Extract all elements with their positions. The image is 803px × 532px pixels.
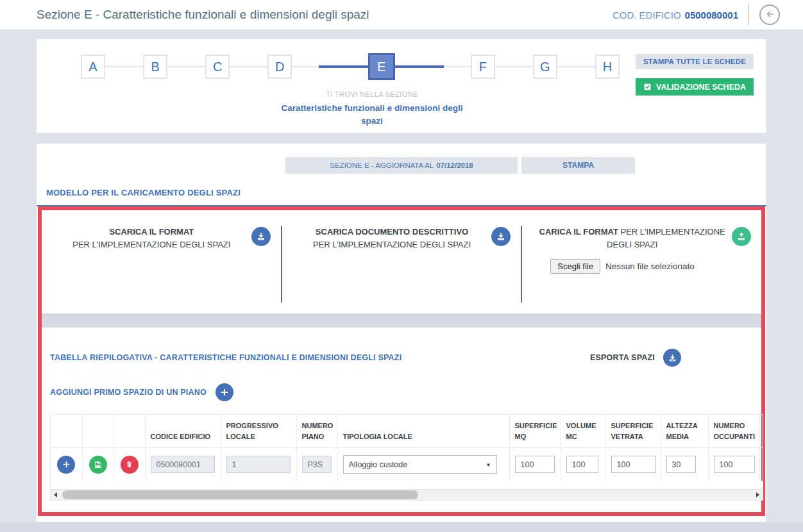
highlighted-region: SCARICA IL FORMAT PER L'IMPLEMENTAZIONE … <box>38 206 765 516</box>
plus-icon <box>62 460 71 469</box>
header-actions <box>114 415 145 448</box>
export-spaces-label: ESPORTA SPAZI <box>590 353 655 362</box>
step-c[interactable]: C <box>205 54 230 79</box>
upload-format-button[interactable] <box>732 227 751 246</box>
summary-table-section: TABELLA RIEPILOGATIVA - CARATTERISTICHE … <box>42 349 761 501</box>
page-title: Sezione E - Caratteristiche funzionali e… <box>37 8 369 22</box>
connector-segment <box>444 66 470 67</box>
step-connector <box>495 66 533 67</box>
download-doc-card: SCARICA DOCUMENTO DESCRITTIVO PER L'IMPL… <box>282 210 521 310</box>
choose-file-button[interactable]: Scegli file <box>550 259 600 274</box>
section-updated-bar[interactable]: SEZIONE E - AGGIORNATA AL 07/12/2018 <box>285 157 518 174</box>
download-doc-text: SCARICA DOCUMENTO DESCRITTIVO PER L'IMPL… <box>292 226 492 251</box>
step-connector <box>105 66 143 67</box>
step-connector-active <box>292 65 368 68</box>
step-connector-active <box>395 65 471 68</box>
step-connector <box>167 66 205 67</box>
header-actions <box>82 415 114 448</box>
add-space-row: AGGIUNGI PRIMO SPAZIO DI UN PIANO <box>50 383 753 401</box>
header-numero-piano: NUMERO PIANO <box>296 415 337 448</box>
header-altezza-media: ALTEZZA MEDIA <box>661 415 708 448</box>
trash-icon <box>125 460 133 469</box>
superficie-vetrata-input[interactable] <box>611 456 656 473</box>
header-superficie-vetrata: SUPERFICIE VETRATA <box>605 415 661 448</box>
step-g[interactable]: G <box>533 54 557 79</box>
step-d[interactable]: D <box>267 54 292 79</box>
stepper-card: A B C D E F G H TI TROVI NELLA SEZIONE C… <box>37 39 766 133</box>
numero-occupanti-input[interactable] <box>714 456 755 473</box>
validate-sheet-button[interactable]: VALIDAZIONE SCHEDA <box>636 78 754 96</box>
upload-format-subtitle: PER L'IMPLEMENTAZIONE DEGLI SPAZI <box>607 227 725 249</box>
header-volume-mc: VOLUME MC <box>561 415 605 448</box>
download-doc-subtitle: PER L'IMPLEMENTAZIONE DEGLI SPAZI <box>295 238 489 251</box>
tipologia-locale-select[interactable]: Alloggio custode <box>343 455 497 474</box>
top-bar-right: COD. EDIFICIO 0500080001 <box>613 4 780 26</box>
row-delete-button[interactable] <box>121 456 139 474</box>
download-format-text: SCARICA IL FORMAT PER L'IMPLEMENTAZIONE … <box>52 226 251 251</box>
volume-mc-input[interactable] <box>566 456 598 473</box>
download-format-title: SCARICA IL FORMAT <box>55 226 249 238</box>
scrollbar-thumb[interactable] <box>62 490 418 499</box>
top-bar: Sezione E - Caratteristiche funzionali e… <box>0 0 803 30</box>
step-a[interactable]: A <box>81 54 105 79</box>
download-format-button[interactable] <box>251 227 271 246</box>
connector-segment-active <box>395 65 444 68</box>
step-connector <box>557 66 595 67</box>
section-bars: SEZIONE E - AGGIORNATA AL 07/12/2018 STA… <box>37 157 766 174</box>
stepper: A B C D E F G H <box>52 53 620 80</box>
export-spaces-group: ESPORTA SPAZI <box>590 349 681 367</box>
file-status-text: Nessun file selezionato <box>605 262 695 271</box>
section-updated-date: 07/12/2018 <box>436 162 473 169</box>
scroll-left-arrow[interactable] <box>54 492 57 497</box>
section-updated-label: SEZIONE E - AGGIORNATA AL <box>330 162 434 169</box>
print-all-sheets-button[interactable]: STAMPA TUTTE LE SCHEDE <box>636 54 754 69</box>
model-cards-row: SCARICA IL FORMAT PER L'IMPLEMENTAZIONE … <box>42 210 761 310</box>
step-b[interactable]: B <box>143 54 167 79</box>
header-tipologia-locale: TIPOLOGIA LOCALE <box>337 415 509 448</box>
spaces-table: CODICE EDIFICIO PROGRESSIVO LOCALE NUMER… <box>51 415 763 481</box>
step-connector <box>230 66 267 67</box>
section-separator <box>42 313 761 328</box>
arrow-left-icon <box>764 8 775 22</box>
row-add-button[interactable] <box>57 456 75 474</box>
back-button[interactable] <box>759 4 780 25</box>
table-header-row: CODICE EDIFICIO PROGRESSIVO LOCALE NUMER… <box>51 415 763 448</box>
download-icon <box>496 231 506 242</box>
header-superficie-mq: SUPERFICIE MQ <box>509 415 561 448</box>
summary-table-heading: TABELLA RIEPILOGATIVA - CARATTERISTICHE … <box>50 353 402 362</box>
connector-segment-active <box>319 65 368 68</box>
upload-icon <box>736 231 747 242</box>
add-space-button[interactable] <box>216 383 233 401</box>
download-doc-button[interactable] <box>491 227 511 246</box>
current-section-name: Caratteristiche funzionali e dimensioni … <box>279 102 465 127</box>
print-bar-button[interactable]: STAMPA <box>521 157 635 174</box>
table-spacer <box>51 481 763 489</box>
content-card: SEZIONE E - AGGIORNATA AL 07/12/2018 STA… <box>37 144 766 522</box>
step-e-active[interactable]: E <box>368 53 395 80</box>
header-actions <box>51 415 82 448</box>
table-row: Alloggio custode ▼ <box>51 448 763 481</box>
download-format-card: SCARICA IL FORMAT PER L'IMPLEMENTAZIONE … <box>42 210 281 310</box>
file-input-row: Scegli file Nessun file selezionato <box>532 259 751 274</box>
location-caption: TI TROVI NELLA SEZIONE <box>279 90 465 98</box>
progressivo-locale-input <box>226 456 291 473</box>
connector-segment <box>292 66 318 67</box>
download-icon <box>668 353 677 363</box>
download-icon <box>256 231 266 242</box>
superficie-mq-input[interactable] <box>515 456 555 473</box>
row-save-button[interactable] <box>89 456 107 474</box>
upload-format-title: CARICA IL FORMAT <box>539 227 618 237</box>
model-section-heading: MODELLO PER IL CARICAMENTO DEGLI SPAZI <box>37 188 766 206</box>
scroll-right-arrow[interactable] <box>756 492 759 497</box>
step-f[interactable]: F <box>471 54 495 79</box>
numero-piano-input <box>302 456 332 473</box>
step-h[interactable]: H <box>595 54 620 79</box>
altezza-media-input[interactable] <box>666 456 696 473</box>
horizontal-scrollbar[interactable] <box>51 489 763 500</box>
export-spaces-button[interactable] <box>663 349 681 367</box>
download-format-subtitle: PER L'IMPLEMENTAZIONE DEGLI SPAZI <box>55 238 249 251</box>
building-code-value: 0500080001 <box>685 10 738 21</box>
stepper-actions: STAMPA TUTTE LE SCHEDE VALIDAZIONE SCHED… <box>636 54 754 96</box>
current-section-caption: TI TROVI NELLA SEZIONE Caratteristiche f… <box>279 90 465 127</box>
codice-edificio-input <box>151 456 215 473</box>
